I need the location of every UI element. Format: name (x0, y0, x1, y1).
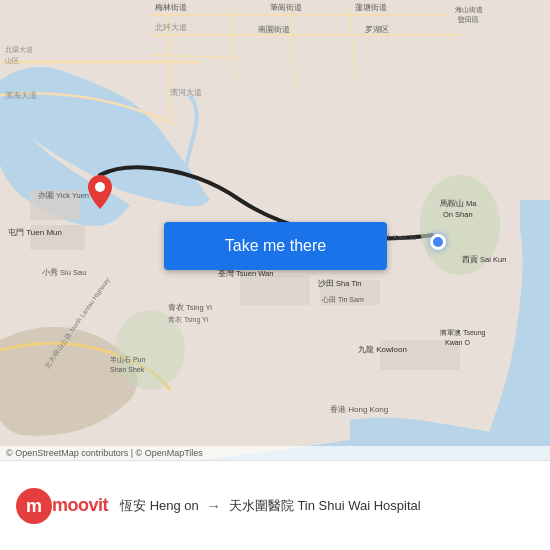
svg-text:心田 Tin Sam: 心田 Tin Sam (321, 296, 364, 303)
svg-text:山区: 山区 (5, 57, 19, 64)
svg-text:青衣 Tsing Yi: 青衣 Tsing Yi (168, 316, 209, 324)
svg-text:屯門 Tuen Mun: 屯門 Tuen Mun (8, 228, 62, 237)
svg-text:半山石 Pun: 半山石 Pun (110, 356, 146, 363)
moovit-m-icon: m (16, 488, 52, 524)
from-station-label: 恆安 Heng on (120, 497, 199, 515)
map-container: 梅林街道 筆崗街道 蓮塘街道 海山街道 盬田區 北环大道 南園街道 罗湖区 北環… (0, 0, 550, 460)
svg-text:海山街道: 海山街道 (455, 6, 483, 13)
svg-text:蓮塘街道: 蓮塘街道 (355, 3, 387, 12)
moovit-text-label: moovit (52, 495, 108, 516)
svg-text:梅林街道: 梅林街道 (154, 3, 187, 12)
svg-text:盬田區: 盬田區 (458, 16, 479, 23)
svg-text:九龍 Kowloon: 九龍 Kowloon (358, 345, 407, 354)
svg-text:罗湖区: 罗湖区 (365, 25, 389, 34)
svg-text:Shan Shek: Shan Shek (110, 366, 145, 373)
svg-text:濱河大道: 濱河大道 (170, 88, 202, 97)
svg-text:m: m (26, 496, 42, 516)
svg-text:沙田 Sha Tin: 沙田 Sha Tin (318, 279, 362, 288)
moovit-logo: m moovit (16, 488, 108, 524)
svg-text:On Shan: On Shan (443, 210, 473, 219)
take-me-there-button[interactable]: Take me there (164, 222, 387, 270)
svg-text:西貢 Sai Kun: 西貢 Sai Kun (462, 255, 506, 264)
svg-text:小秀 Siu Sau: 小秀 Siu Sau (42, 268, 86, 277)
svg-text:亦園 Yick Yuen: 亦園 Yick Yuen (38, 191, 89, 200)
to-station-label: 天水圍醫院 Tin Shui Wai Hospital (229, 497, 421, 515)
svg-text:濱海大道: 濱海大道 (5, 91, 37, 100)
svg-text:將軍澳 Tseung: 將軍澳 Tseung (440, 329, 486, 337)
svg-text:香港 Hong Kong: 香港 Hong Kong (330, 405, 388, 414)
svg-text:青衣 Tsing Yi: 青衣 Tsing Yi (168, 303, 212, 312)
current-location-dot (430, 234, 446, 250)
route-arrow-icon: → (207, 498, 221, 514)
svg-text:Kwan O: Kwan O (445, 339, 470, 346)
svg-text:南園街道: 南園街道 (258, 25, 290, 34)
svg-text:馬鞍山 Ma: 馬鞍山 Ma (439, 199, 477, 208)
svg-text:北环大道: 北环大道 (155, 23, 187, 32)
svg-rect-4 (240, 275, 310, 305)
copyright-bar: © OpenStreetMap contributors | © OpenMap… (0, 446, 550, 460)
svg-point-41 (95, 182, 105, 192)
route-info: 恆安 Heng on → 天水圍醫院 Tin Shui Wai Hospital (120, 497, 534, 515)
svg-text:北環大道: 北環大道 (5, 46, 33, 53)
destination-pin (88, 175, 112, 213)
svg-text:筆崗街道: 筆崗街道 (270, 3, 302, 12)
svg-text:荃灣 Tsuen Wan: 荃灣 Tsuen Wan (218, 269, 273, 278)
bottom-bar: m moovit 恆安 Heng on → 天水圍醫院 Tin Shui Wai… (0, 460, 550, 550)
